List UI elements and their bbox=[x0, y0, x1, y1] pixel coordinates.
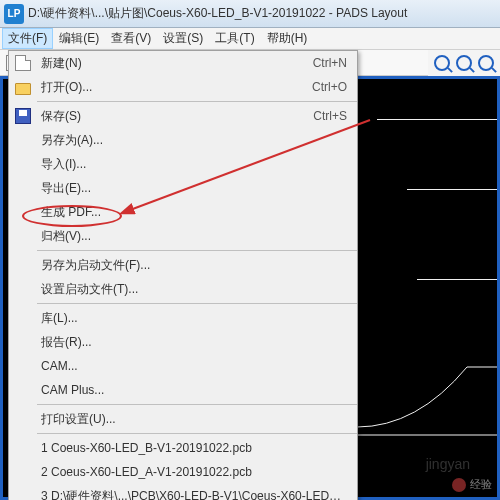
file-menu-dropdown: 新建(N)Ctrl+N打开(O)...Ctrl+O保存(S)Ctrl+S另存为(… bbox=[8, 50, 358, 500]
menu-item[interactable]: 打印设置(U)... bbox=[9, 407, 357, 431]
menu-item-label: 打开(O)... bbox=[37, 79, 312, 96]
zoom-button-1[interactable] bbox=[432, 53, 452, 73]
menu-item-icon-slot bbox=[9, 55, 37, 71]
menu-item[interactable]: 1 Coeus-X60-LED_B-V1-20191022.pcb bbox=[9, 436, 357, 460]
menu-item[interactable]: 3 D:\硬件资料\...\PCB\X60-LED-B-V1\Coeus-X60… bbox=[9, 484, 357, 500]
magnifier-icon bbox=[478, 55, 494, 71]
menu-item-label: 生成 PDF... bbox=[37, 204, 347, 221]
menu-item[interactable]: CAM... bbox=[9, 354, 357, 378]
menu-item[interactable]: 报告(R)... bbox=[9, 330, 357, 354]
menu-item-label: 保存(S) bbox=[37, 108, 313, 125]
menu-bar: 文件(F)编辑(E)查看(V)设置(S)工具(T)帮助(H) bbox=[0, 28, 500, 50]
menu-separator bbox=[37, 250, 357, 251]
menubar-item[interactable]: 查看(V) bbox=[105, 28, 157, 49]
menu-item-label: 打印设置(U)... bbox=[37, 411, 347, 428]
menu-item[interactable]: 归档(V)... bbox=[9, 224, 357, 248]
menu-item[interactable]: 库(L)... bbox=[9, 306, 357, 330]
menu-item-label: 导出(E)... bbox=[37, 180, 347, 197]
open-icon bbox=[15, 83, 31, 95]
menu-item-label: 另存为(A)... bbox=[37, 132, 347, 149]
watermark-text: 经验 bbox=[470, 477, 492, 492]
title-bar: LP D:\硬件资料\...\贴片图\Coeus-X60-LED_B-V1-20… bbox=[0, 0, 500, 28]
new-icon bbox=[15, 55, 31, 71]
menu-item-label: 导入(I)... bbox=[37, 156, 347, 173]
menu-item[interactable]: 导出(E)... bbox=[9, 176, 357, 200]
menu-item-label: 2 Coeus-X60-LED_A-V1-20191022.pcb bbox=[37, 465, 347, 479]
menu-item[interactable]: 2 Coeus-X60-LED_A-V1-20191022.pcb bbox=[9, 460, 357, 484]
zoom-button-3[interactable] bbox=[476, 53, 496, 73]
menu-item-label: 归档(V)... bbox=[37, 228, 347, 245]
menu-item[interactable]: 导入(I)... bbox=[9, 152, 357, 176]
menu-item-shortcut: Ctrl+S bbox=[313, 109, 347, 123]
menubar-item[interactable]: 编辑(E) bbox=[53, 28, 105, 49]
menu-item[interactable]: 生成 PDF... bbox=[9, 200, 357, 224]
menu-separator bbox=[37, 303, 357, 304]
menu-item-label: 3 D:\硬件资料\...\PCB\X60-LED-B-V1\Coeus-X60… bbox=[37, 488, 347, 501]
menu-item-label: CAM Plus... bbox=[37, 383, 347, 397]
menu-item-label: 新建(N) bbox=[37, 55, 313, 72]
menu-separator bbox=[37, 101, 357, 102]
menubar-item[interactable]: 帮助(H) bbox=[261, 28, 314, 49]
menu-item[interactable]: 另存为启动文件(F)... bbox=[9, 253, 357, 277]
menu-separator bbox=[37, 433, 357, 434]
zoom-button-2[interactable] bbox=[454, 53, 474, 73]
watermark: 经验 bbox=[452, 477, 492, 492]
menu-item[interactable]: 打开(O)...Ctrl+O bbox=[9, 75, 357, 99]
magnifier-icon bbox=[434, 55, 450, 71]
menu-item[interactable]: CAM Plus... bbox=[9, 378, 357, 402]
menu-item[interactable]: 新建(N)Ctrl+N bbox=[9, 51, 357, 75]
menu-item-label: 库(L)... bbox=[37, 310, 347, 327]
menubar-item[interactable]: 工具(T) bbox=[209, 28, 260, 49]
magnifier-icon bbox=[456, 55, 472, 71]
app-icon: LP bbox=[4, 4, 24, 24]
save-icon bbox=[15, 108, 31, 124]
menu-item-label: 设置启动文件(T)... bbox=[37, 281, 347, 298]
menubar-item[interactable]: 设置(S) bbox=[157, 28, 209, 49]
toolbar-right bbox=[428, 50, 500, 76]
menu-item-icon-slot bbox=[9, 108, 37, 124]
menu-item-label: 1 Coeus-X60-LED_B-V1-20191022.pcb bbox=[37, 441, 347, 455]
menu-item[interactable]: 另存为(A)... bbox=[9, 128, 357, 152]
menu-item-label: 报告(R)... bbox=[37, 334, 347, 351]
menu-item[interactable]: 设置启动文件(T)... bbox=[9, 277, 357, 301]
menu-separator bbox=[37, 404, 357, 405]
menu-item-shortcut: Ctrl+N bbox=[313, 56, 347, 70]
pcb-curve bbox=[357, 327, 497, 437]
watermark-faint: jingyan bbox=[426, 456, 470, 472]
watermark-logo-icon bbox=[452, 478, 466, 492]
menu-item-label: 另存为启动文件(F)... bbox=[37, 257, 347, 274]
menubar-item[interactable]: 文件(F) bbox=[2, 28, 53, 49]
menu-item-shortcut: Ctrl+O bbox=[312, 80, 347, 94]
menu-item-label: CAM... bbox=[37, 359, 347, 373]
menu-item[interactable]: 保存(S)Ctrl+S bbox=[9, 104, 357, 128]
window-title: D:\硬件资料\...\贴片图\Coeus-X60-LED_B-V1-20191… bbox=[28, 5, 407, 22]
menu-item-icon-slot bbox=[9, 80, 37, 95]
